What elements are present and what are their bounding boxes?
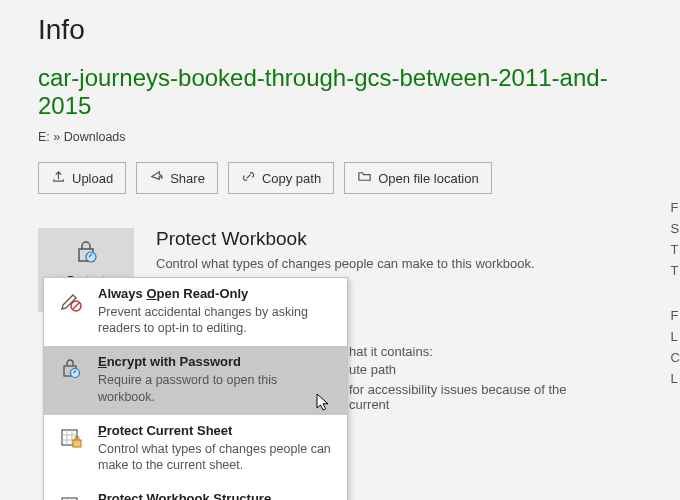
protect-workbook-menu: Always Open Read-Only Prevent accidental…: [43, 277, 348, 500]
lock-search-icon: [56, 354, 86, 404]
upload-label: Upload: [72, 171, 113, 186]
svg-rect-6: [73, 440, 81, 447]
menu-item-desc: Require a password to open this workbook…: [98, 372, 335, 405]
bg-text-line: ute path: [349, 362, 396, 377]
sheet-lock-icon: [56, 423, 86, 473]
folder-icon: [357, 169, 372, 187]
menu-item-title: Protect Current Sheet: [98, 423, 335, 440]
menu-item-title: Always Open Read-Only: [98, 286, 335, 303]
link-icon: [241, 169, 256, 187]
breadcrumb: E: » Downloads: [38, 130, 642, 144]
properties-panel-edge: F S T T F L C L: [671, 200, 680, 386]
menu-protect-structure[interactable]: Protect Workbook Structure Prevent unwan…: [44, 483, 347, 500]
upload-icon: [51, 169, 66, 187]
lock-icon: [71, 237, 101, 268]
bg-text-line: hat it contains:: [349, 344, 433, 359]
share-button[interactable]: Share: [136, 162, 218, 194]
upload-button[interactable]: Upload: [38, 162, 126, 194]
menu-open-read-only[interactable]: Always Open Read-Only Prevent accidental…: [44, 278, 347, 346]
copy-path-button[interactable]: Copy path: [228, 162, 334, 194]
menu-item-title: Encrypt with Password: [98, 354, 335, 371]
share-label: Share: [170, 171, 205, 186]
svg-point-4: [71, 369, 80, 378]
menu-encrypt-password[interactable]: Encrypt with Password Require a password…: [44, 346, 347, 414]
copy-path-label: Copy path: [262, 171, 321, 186]
pencil-prohibit-icon: [56, 286, 86, 336]
menu-item-title: Protect Workbook Structure: [98, 491, 335, 500]
menu-item-desc: Control what types of changes people can…: [98, 441, 335, 474]
protect-desc: Control what types of changes people can…: [156, 256, 535, 271]
open-location-button[interactable]: Open file location: [344, 162, 491, 194]
menu-protect-sheet[interactable]: Protect Current Sheet Control what types…: [44, 415, 347, 483]
open-location-label: Open file location: [378, 171, 478, 186]
menu-item-desc: Prevent accidental changes by asking rea…: [98, 304, 335, 337]
protect-heading: Protect Workbook: [156, 228, 535, 250]
workbook-lock-icon: [56, 491, 86, 500]
file-name: car-journeys-booked-through-gcs-between-…: [38, 64, 642, 120]
bg-text-line: for accessibility issues because of the …: [349, 382, 599, 412]
share-icon: [149, 169, 164, 187]
page-title: Info: [38, 14, 642, 46]
svg-point-1: [86, 252, 96, 262]
